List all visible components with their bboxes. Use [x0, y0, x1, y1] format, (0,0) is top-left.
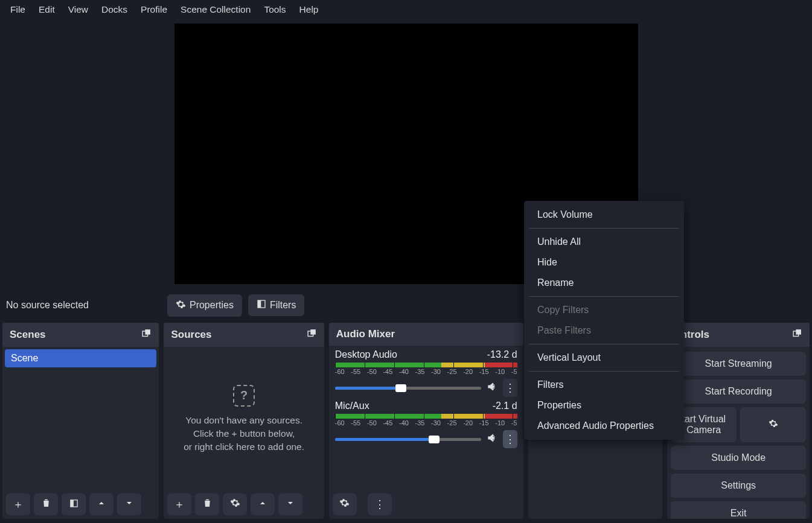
meter-ticks: -60-55-50-45-40-35-30-25-20-15-10-5	[335, 419, 517, 426]
channel-name: Mic/Aux	[335, 401, 369, 411]
source-up-button[interactable]	[251, 493, 275, 515]
sources-empty-line2: Click the + button below,	[193, 428, 295, 439]
sources-empty-line1: You don't have any sources.	[185, 415, 302, 426]
chevron-up-icon	[258, 498, 267, 511]
svg-rect-5	[70, 499, 73, 506]
start-recording-button[interactable]: Start Recording	[671, 379, 806, 404]
controls-panel: ontrols Start Streaming Start Recording …	[667, 323, 810, 519]
no-source-label: No source selected	[5, 300, 89, 311]
properties-button[interactable]: Properties	[167, 294, 242, 317]
sources-empty-line3: or right click here to add one.	[184, 442, 304, 452]
menu-lock-volume[interactable]: Lock Volume	[524, 204, 684, 225]
svg-rect-7	[310, 329, 316, 335]
scenes-panel: Scenes Scene ＋	[2, 323, 159, 519]
scene-filter-button[interactable]	[62, 493, 86, 515]
svg-rect-9	[796, 329, 801, 335]
chevron-down-icon	[286, 498, 295, 511]
mixer-settings-button[interactable]	[333, 493, 357, 515]
virtual-camera-settings-button[interactable]	[740, 407, 806, 442]
trash-icon	[202, 498, 213, 511]
gear-icon	[769, 420, 778, 430]
mixer-channel: Mic/Aux -2.1 d -60-55-50-45-40-35-30-25-…	[330, 398, 522, 449]
remove-source-button[interactable]	[195, 493, 219, 515]
dots-vertical-icon: ⋮	[505, 381, 516, 395]
speaker-icon[interactable]	[486, 381, 498, 395]
filter-icon	[69, 498, 78, 511]
menu-help[interactable]: Help	[293, 2, 325, 17]
chevron-up-icon	[97, 498, 106, 511]
gear-icon	[339, 498, 350, 511]
source-toolbar: No source selected Properties Filters	[0, 288, 812, 323]
menu-advanced-audio[interactable]: Advanced Audio Properties	[524, 416, 684, 436]
source-properties-button[interactable]	[223, 493, 247, 515]
menu-hide[interactable]: Hide	[524, 252, 684, 273]
undock-icon[interactable]	[307, 328, 317, 341]
remove-scene-button[interactable]	[34, 493, 58, 515]
svg-rect-1	[258, 300, 261, 308]
undock-icon[interactable]	[792, 328, 802, 341]
scenes-title: Scenes	[10, 329, 46, 341]
menu-edit[interactable]: Edit	[32, 2, 62, 17]
menu-paste-filters: Paste Filters	[524, 320, 684, 341]
mixer-title: Audio Mixer	[336, 328, 395, 340]
menubar: File Edit View Docks Profile Scene Colle…	[0, 0, 812, 19]
menu-scene-collection[interactable]: Scene Collection	[174, 2, 257, 17]
meter-ticks: -60-55-50-45-40-35-30-25-20-15-10-5	[335, 368, 517, 375]
scene-up-button[interactable]	[89, 493, 113, 515]
gear-icon	[176, 299, 186, 312]
mixer-menu-button[interactable]: ⋮	[368, 493, 392, 515]
menu-view[interactable]: View	[62, 2, 95, 17]
audio-mixer-panel: Audio Mixer Desktop Audio -13.2 d -60-55…	[329, 323, 523, 519]
speaker-icon[interactable]	[486, 432, 498, 446]
scene-item[interactable]: Scene	[5, 349, 156, 367]
add-scene-button[interactable]: ＋	[6, 493, 30, 515]
menu-filters[interactable]: Filters	[524, 375, 684, 395]
dots-vertical-icon: ⋮	[505, 433, 516, 446]
studio-mode-button[interactable]: Studio Mode	[671, 446, 806, 470]
sources-empty-state[interactable]: ? You don't have any sources. Click the …	[165, 348, 322, 489]
properties-button-label: Properties	[190, 300, 234, 311]
plus-icon: ＋	[174, 497, 185, 512]
menu-rename[interactable]: Rename	[524, 273, 684, 293]
add-source-button[interactable]: ＋	[167, 493, 191, 515]
menu-properties[interactable]: Properties	[524, 395, 684, 416]
sources-title: Sources	[171, 329, 211, 341]
svg-rect-3	[145, 329, 151, 335]
exit-button[interactable]: Exit	[671, 501, 806, 519]
preview-area	[0, 19, 812, 288]
level-meter	[335, 363, 517, 367]
channel-db: -13.2 d	[487, 349, 517, 360]
menu-tools[interactable]: Tools	[257, 2, 292, 17]
dots-vertical-icon: ⋮	[374, 498, 385, 511]
source-down-button[interactable]	[278, 493, 302, 515]
question-icon: ?	[233, 385, 255, 407]
scene-down-button[interactable]	[117, 493, 141, 515]
plus-icon: ＋	[13, 497, 24, 512]
menu-vertical-layout[interactable]: Vertical Layout	[524, 347, 684, 368]
level-meter	[335, 414, 517, 419]
undock-icon[interactable]	[141, 328, 152, 341]
trash-icon	[41, 498, 51, 511]
menu-file[interactable]: File	[4, 2, 32, 17]
settings-button[interactable]: Settings	[671, 474, 806, 498]
gear-icon	[230, 498, 240, 511]
volume-slider[interactable]	[335, 387, 481, 390]
start-streaming-button[interactable]: Start Streaming	[671, 352, 806, 376]
channel-menu-button[interactable]: ⋮	[503, 430, 517, 448]
mixer-channel: Desktop Audio -13.2 d -60-55-50-45-40-35…	[330, 347, 522, 398]
volume-slider[interactable]	[335, 438, 481, 441]
filters-button-label: Filters	[270, 300, 296, 311]
menu-unhide-all[interactable]: Unhide All	[524, 232, 684, 252]
channel-menu-button[interactable]: ⋮	[503, 379, 517, 397]
chevron-down-icon	[124, 498, 134, 511]
mixer-context-menu: Lock Volume Unhide All Hide Rename Copy …	[524, 201, 684, 440]
menu-profile[interactable]: Profile	[134, 2, 174, 17]
docks-row: Scenes Scene ＋ Sources ? You don't have …	[0, 323, 812, 519]
channel-db: -2.1 d	[493, 401, 517, 411]
channel-name: Desktop Audio	[335, 349, 397, 360]
menu-copy-filters: Copy Filters	[524, 300, 684, 320]
filters-button[interactable]: Filters	[248, 294, 305, 316]
menu-docks[interactable]: Docks	[95, 2, 134, 17]
sources-panel: Sources ? You don't have any sources. Cl…	[164, 323, 324, 519]
filter-icon	[257, 299, 266, 311]
